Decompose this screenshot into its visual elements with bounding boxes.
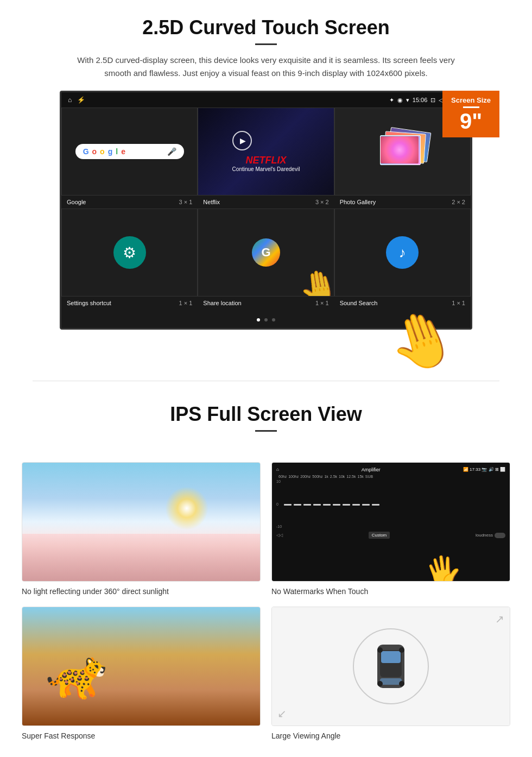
netflix-app-name: Netflix (203, 199, 220, 205)
screen-size-badge: Screen Size 9" (442, 91, 499, 137)
eq-handle-7[interactable] (343, 504, 350, 506)
microphone-icon: 🎤 (167, 147, 176, 156)
eq-handle-8[interactable] (352, 504, 360, 506)
netflix-play-button[interactable]: ▶ (232, 131, 252, 150)
eq-bars-container (283, 480, 505, 528)
amp-status: 📶 17:33 📷 🔊 ⊠ ⬜ (463, 467, 505, 472)
eq-handle-4[interactable] (313, 504, 321, 506)
sound-search-app-cell[interactable]: ♪ (334, 209, 471, 297)
loudness-label: loudness (476, 533, 493, 538)
google-search-bar[interactable]: G o o g l e 🎤 (75, 144, 184, 159)
eq-handle-2[interactable] (294, 504, 301, 506)
svg-point-6 (377, 681, 383, 686)
page-dot-2 (264, 318, 268, 321)
car-circle-border (353, 628, 429, 704)
google-logo-l: l (116, 147, 118, 156)
angle-arrow-tr: ↗ (495, 613, 504, 626)
settings-app-cell[interactable]: ⚙ (61, 209, 198, 297)
cheetah-emoji: 🐆 (43, 642, 109, 704)
amp-header: ⌂ Amplifier 📶 17:33 📷 🔊 ⊠ ⬜ (276, 467, 505, 472)
share-app-size: 1 × 1 (315, 300, 329, 306)
page-dot-3 (272, 318, 275, 321)
status-left: ⌂ ⚡ (68, 96, 85, 104)
app-labels-row2: Settings shortcut 1 × 1 Share location 1… (61, 297, 471, 310)
eq-panel: 10 0 -10 (276, 480, 505, 528)
eq-handle-1[interactable] (284, 504, 292, 506)
amplifier-visual: ⌂ Amplifier 📶 17:33 📷 🔊 ⊠ ⬜ 60hz 100hz 2… (272, 463, 510, 581)
google-app-cell[interactable]: G o o g l e 🎤 (61, 108, 198, 195)
settings-icon: ⚙ (113, 236, 146, 269)
usb-icon: ⚡ (77, 96, 85, 104)
screen-mockup-wrapper: Screen Size 9" ⌂ ⚡ ✦ ◉ ▾ 15:06 (33, 91, 499, 330)
music-note-icon: ♪ (399, 244, 406, 261)
eq-handle-10[interactable] (372, 504, 379, 506)
loudness-switch[interactable] (495, 533, 505, 538)
feature-cheetah: 🐆 Super Fast Response (22, 607, 261, 740)
title-divider-1 (255, 43, 277, 45)
google-label-cell: Google 3 × 1 (61, 195, 198, 209)
photo-stack (375, 130, 429, 173)
eq-handle-6[interactable] (333, 504, 340, 506)
sound-cell-inner: ♪ (335, 209, 470, 296)
feature-sunlight: No light reflecting under 360° direct su… (22, 462, 261, 596)
car-label: Large Viewing Angle (271, 731, 510, 740)
sunlight-label: No light reflecting under 360° direct su… (22, 587, 261, 596)
amp-bottom-controls: ◁◁ Custom loudness (276, 532, 505, 539)
sound-label-cell: Sound Search 1 × 1 (334, 297, 471, 310)
google-logo-g2: g (108, 147, 113, 156)
ips-section: IPS Full Screen View (0, 387, 532, 451)
amp-back-btn[interactable]: ◁◁ (276, 533, 283, 538)
hand-touch-icon: 🤚 (295, 265, 334, 297)
cheetah-visual: 🐆 (22, 607, 260, 726)
app-labels-row1: Google 3 × 1 Netflix 3 × 2 Photo Gallery… (61, 195, 471, 209)
share-location-app-cell[interactable]: G 🤚 (198, 209, 334, 297)
angle-arrow-bl: ↙ (277, 707, 287, 720)
photo-card-main (381, 136, 419, 163)
eq-handle-3[interactable] (303, 504, 311, 506)
netflix-logo: NETFLIX (232, 155, 300, 166)
netflix-app-cell[interactable]: ▶ NETFLIX Continue Marvel's Daredevil (198, 108, 334, 195)
feature-amplifier: ⌂ Amplifier 📶 17:33 📷 🔊 ⊠ ⬜ 60hz 100hz 2… (271, 462, 510, 596)
play-icon: ▶ (240, 136, 246, 145)
status-time: 15:06 (413, 97, 428, 103)
eq-handle-9[interactable] (362, 504, 370, 506)
google-cell-inner: G o o g l e 🎤 (62, 108, 197, 195)
sun-flare (165, 487, 208, 530)
eq-freq-labels: 60hz 100hz 200hz 500hz 1k 2.5k 10k 12.5k… (276, 475, 505, 478)
section1-title: 2.5D Curved Touch Screen (33, 16, 499, 39)
amp-hand-icon: 🖐 (422, 551, 465, 582)
car-image: ↗ ↙ (271, 607, 510, 726)
svg-rect-2 (381, 651, 401, 663)
amplifier-label: No Watermarks When Touch (271, 587, 510, 596)
svg-point-7 (399, 681, 404, 686)
gallery-app-name: Photo Gallery (340, 199, 376, 205)
curved-touch-section: 2.5D Curved Touch Screen With 2.5D curve… (0, 0, 532, 343)
music-icon: ♪ (386, 236, 419, 269)
app-grid-row2: ⚙ G 🤚 (61, 209, 471, 297)
car-body-container (375, 639, 407, 693)
amplifier-image: ⌂ Amplifier 📶 17:33 📷 🔊 ⊠ ⬜ 60hz 100hz 2… (271, 462, 510, 582)
amp-home: ⌂ (276, 467, 279, 472)
google-logo-o2: o (100, 147, 105, 156)
wifi-icon: ▾ (406, 97, 409, 104)
status-bar: ⌂ ⚡ ✦ ◉ ▾ 15:06 ⊡ ◁) ⊠ ⬜ (61, 92, 471, 108)
section2-title: IPS Full Screen View (22, 403, 510, 426)
eq-handle-5[interactable] (323, 504, 331, 506)
netflix-background: ▶ NETFLIX Continue Marvel's Daredevil (198, 108, 333, 195)
badge-size: 9" (460, 109, 482, 133)
feature-car: ↗ ↙ Large Viewing Angle (271, 607, 510, 740)
loudness-toggle: loudness (476, 533, 505, 538)
netflix-cell-inner: ▶ NETFLIX Continue Marvel's Daredevil (198, 108, 333, 195)
title-divider-2 (255, 430, 277, 432)
app-grid-row1: G o o g l e 🎤 (61, 108, 471, 195)
gallery-label-cell: Photo Gallery 2 × 2 (334, 195, 471, 209)
eq-scale: 10 0 -10 (276, 480, 283, 528)
netflix-label-cell: Netflix 3 × 2 (198, 195, 334, 209)
settings-cell-inner: ⚙ (62, 209, 197, 296)
page-dot-1 (257, 318, 260, 321)
svg-point-4 (377, 647, 383, 653)
custom-preset-button[interactable]: Custom (369, 532, 390, 539)
svg-rect-3 (380, 678, 402, 685)
sunlight-image (22, 462, 261, 582)
svg-point-5 (399, 647, 404, 653)
